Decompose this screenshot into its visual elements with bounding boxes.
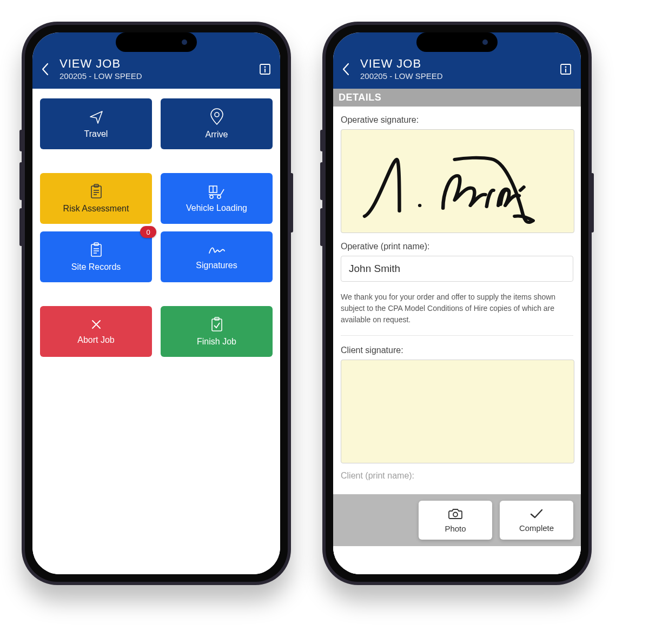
client-signature-label: Client signature: <box>341 346 573 355</box>
svg-rect-18 <box>212 319 222 331</box>
svg-rect-13 <box>91 244 101 256</box>
clipboard-list-icon <box>89 183 103 204</box>
client-signature-box[interactable] <box>341 360 574 463</box>
finish-job-tile[interactable]: Finish Job <box>161 306 273 357</box>
page-title: VIEW JOB <box>59 57 251 70</box>
action-bar: Photo Complete <box>333 494 581 546</box>
back-button[interactable] <box>36 58 55 80</box>
page-title: VIEW JOB <box>360 57 552 70</box>
operative-signature-label: Operative signature: <box>341 115 573 125</box>
svg-rect-4 <box>91 186 101 198</box>
svg-point-3 <box>215 112 219 117</box>
clipboard-check-icon <box>210 316 224 337</box>
operative-name-input[interactable] <box>341 256 573 282</box>
svg-point-12 <box>217 195 221 198</box>
signatures-tile[interactable]: Signatures <box>161 231 273 282</box>
page-subtitle: 200205 - LOW SPEED <box>59 71 251 81</box>
operative-name-label: Operative (print name): <box>341 242 573 251</box>
risk-label: Risk Assessment <box>63 204 129 214</box>
camera-icon <box>448 508 462 524</box>
svg-point-11 <box>210 195 213 198</box>
signature-icon <box>208 243 226 261</box>
dynamic-island <box>116 32 197 52</box>
site-records-badge: 0 <box>140 226 156 238</box>
operative-signature-box[interactable] <box>341 129 574 233</box>
navigate-icon <box>88 109 104 129</box>
photo-label: Photo <box>445 524 466 533</box>
svg-point-23 <box>418 204 421 207</box>
svg-rect-22 <box>565 69 566 72</box>
client-name-label: Client (print name): <box>341 471 573 481</box>
vehicle-loading-tile[interactable]: Vehicle Loading <box>161 173 273 224</box>
check-icon <box>529 508 544 523</box>
page-subtitle: 200205 - LOW SPEED <box>360 71 552 81</box>
abort-job-tile[interactable]: Abort Job <box>40 306 152 357</box>
travel-label: Travel <box>84 129 108 139</box>
signatures-label: Signatures <box>196 261 237 270</box>
site-label: Site Records <box>71 262 121 272</box>
close-icon <box>90 318 103 335</box>
svg-point-21 <box>565 67 567 68</box>
arrive-label: Arrive <box>206 130 228 140</box>
terms-text: We thank you for your order and offer to… <box>341 291 573 336</box>
back-button[interactable] <box>336 58 356 80</box>
svg-point-1 <box>264 67 266 68</box>
travel-tile[interactable]: Travel <box>40 98 152 149</box>
info-button[interactable] <box>255 59 275 79</box>
abort-label: Abort Job <box>77 335 114 345</box>
arrive-tile[interactable]: Arrive <box>161 98 273 149</box>
site-records-tile[interactable]: 0 Site Records <box>40 231 152 282</box>
svg-rect-2 <box>264 69 266 72</box>
app-bar: VIEW JOB 200205 - LOW SPEED <box>333 54 581 89</box>
clipboard-icon <box>89 242 103 262</box>
complete-button[interactable]: Complete <box>500 501 573 540</box>
phone-frame-left: VIEW JOB 200205 - LOW SPEED Travel <box>22 22 291 585</box>
vehicle-label: Vehicle Loading <box>186 203 247 213</box>
app-bar: VIEW JOB 200205 - LOW SPEED <box>32 54 280 89</box>
finish-label: Finish Job <box>197 337 236 347</box>
svg-point-24 <box>453 512 458 516</box>
risk-assessment-tile[interactable]: Risk Assessment <box>40 173 152 224</box>
phone-frame-right: VIEW JOB 200205 - LOW SPEED DETAILS Oper… <box>322 22 592 585</box>
photo-button[interactable]: Photo <box>419 501 492 540</box>
complete-label: Complete <box>519 523 554 533</box>
bottom-strip <box>333 546 581 574</box>
trolley-icon <box>208 184 226 203</box>
info-button[interactable] <box>556 59 575 79</box>
dynamic-island <box>416 32 498 52</box>
pin-icon <box>210 108 224 130</box>
details-section-header: DETAILS <box>333 89 581 107</box>
